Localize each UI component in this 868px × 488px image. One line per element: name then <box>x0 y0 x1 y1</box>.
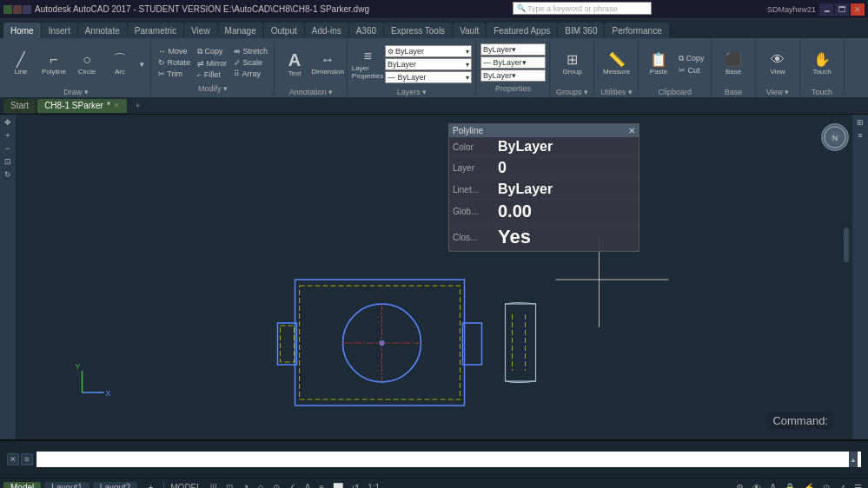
model-tab[interactable]: Model <box>3 482 41 488</box>
fillet-btn[interactable]: ⌐ Fillet <box>195 69 229 80</box>
object-snap[interactable]: ⊙ <box>270 483 282 488</box>
clipboard-copy-btn[interactable]: ⧉ Copy <box>676 53 707 64</box>
move-btn[interactable]: ↔ Move <box>156 46 193 56</box>
zoom-in-btn[interactable]: + <box>1 129 15 142</box>
measure-btn[interactable]: 📏 Measure <box>601 42 633 87</box>
layer-selector[interactable]: ⚙ ByLayer ▾ <box>385 45 472 57</box>
autoscale[interactable]: A <box>767 483 779 488</box>
isometric-snap[interactable]: ◇ <box>255 483 267 488</box>
tab-expresstools[interactable]: Express Tools <box>384 23 452 38</box>
right-tool-1[interactable]: ⊞ <box>853 116 867 129</box>
tab-output[interactable]: Output <box>264 23 304 38</box>
group-btn[interactable]: ⊞ Group <box>557 42 588 87</box>
cut-btn[interactable]: ✂ Cut <box>676 65 707 76</box>
dimension-btn[interactable]: ↔ Dimension <box>312 42 343 87</box>
orbit-btn[interactable]: ↻ <box>1 168 15 181</box>
tab-bim360[interactable]: BIM 360 <box>558 23 604 38</box>
zoom-out-btn[interactable]: − <box>1 142 15 155</box>
transparency[interactable]: ⬜ <box>330 483 346 488</box>
nav-wheel[interactable]: N <box>821 123 849 151</box>
polyline-btn[interactable]: ⌐ Polyline <box>38 42 70 87</box>
object-snap-tracking[interactable]: ∠ <box>286 483 299 488</box>
fullscreen[interactable]: ⤢ <box>836 483 848 488</box>
tab-performance[interactable]: Performance <box>605 23 668 38</box>
grid-display[interactable]: ||| <box>208 483 220 488</box>
tab-parametric[interactable]: Parametric <box>128 23 183 38</box>
selection-cycling[interactable]: ↺ <box>349 483 361 488</box>
draw-more-btn[interactable]: ▾ <box>137 59 147 69</box>
copy-btn[interactable]: ⧉ Copy <box>195 46 229 57</box>
annotation-visibility[interactable]: 👁 <box>750 483 764 488</box>
workspace-switching[interactable]: ⚙ <box>733 483 746 488</box>
mirror-btn[interactable]: ⇌ Mirror <box>195 58 229 69</box>
drawing-tab-close[interactable]: ✕ <box>114 102 120 109</box>
line-btn[interactable]: ╱ Line <box>5 42 36 87</box>
tab-manage[interactable]: Manage <box>218 23 263 38</box>
new-layout-btn[interactable]: + <box>141 482 160 488</box>
cmd-scroll-btn[interactable]: ▲ <box>849 452 858 467</box>
customization[interactable]: ☰ <box>851 483 865 488</box>
properties-panel: Polyline ✕ Color ByLayer Layer 0 Linet..… <box>448 123 639 252</box>
tab-insert[interactable]: Insert <box>42 23 77 38</box>
tab-featuredapps[interactable]: Featured Apps <box>487 23 557 38</box>
text-btn[interactable]: A Text <box>279 42 310 87</box>
drawing-viewport[interactable]: X Y <box>17 115 851 439</box>
lineweight-display[interactable]: ≡ <box>316 483 327 488</box>
add-tab-icon: + <box>136 101 141 110</box>
array-btn[interactable]: ⠿ Array <box>231 69 270 79</box>
cmd-input[interactable] <box>40 454 849 465</box>
layout2-tab[interactable]: Layout2 <box>93 482 138 488</box>
tab-vault[interactable]: Vault <box>453 23 486 38</box>
cmd-close-btn[interactable]: ✕ <box>7 453 19 465</box>
lock-ui[interactable]: 🔒 <box>782 483 798 488</box>
ribbon-search-placeholder[interactable]: Type a keyword or phrase <box>527 4 618 13</box>
stretch-btn[interactable]: ⇹ Stretch <box>231 46 270 56</box>
linetype-selector[interactable]: — ByLayer ▾ <box>385 71 472 83</box>
new-tab-btn[interactable]: + <box>129 99 148 113</box>
base-btn[interactable]: ⬛ Base <box>718 42 749 87</box>
tab-addins[interactable]: Add-ins <box>305 23 348 38</box>
layerproperties-btn[interactable]: ≡ Layer Properties <box>352 42 383 87</box>
snap-mode[interactable]: ⊡ <box>223 483 235 488</box>
tab-a360[interactable]: A360 <box>349 23 383 38</box>
prop-lineweight-selector[interactable]: ByLayer▾ <box>480 69 546 82</box>
trim-btn[interactable]: ✂ Trim <box>156 69 193 79</box>
cmd-options-btn[interactable]: ≡ <box>21 453 33 465</box>
circle-btn[interactable]: ○ Circle <box>71 42 103 87</box>
canvas-area[interactable]: ✥ + − ⊡ ↻ ⊞ ≡ N <box>0 115 868 439</box>
maximize-btn[interactable]: 🗖 <box>835 3 849 16</box>
isolate-objects[interactable]: ⊙ <box>820 483 832 488</box>
scale-btn[interactable]: ⤢ Scale <box>231 57 270 68</box>
status-bar: Model Layout1 Layout2 + MODEL ||| ⊡ ↗ ◇ … <box>0 478 868 488</box>
scale-annotation[interactable]: 1:1 <box>365 483 382 488</box>
tab-view[interactable]: View <box>184 23 217 38</box>
tab-annotate[interactable]: Annotate <box>78 23 127 38</box>
namedviews-btn[interactable]: 👁 View <box>762 42 793 87</box>
right-tool-2[interactable]: ≡ <box>853 129 867 142</box>
pan-btn[interactable]: ✥ <box>1 116 15 129</box>
home-tab[interactable]: Start <box>3 99 36 113</box>
drawing-tab[interactable]: CH8-1 SParker * ✕ <box>37 99 127 113</box>
properties-panel-close-btn[interactable]: ✕ <box>628 126 635 135</box>
color-selector[interactable]: ByLayer ▾ <box>385 58 472 70</box>
hardware-acceleration[interactable]: ⚡ <box>801 483 817 488</box>
touch-btn[interactable]: ✋ Touch <box>806 42 838 87</box>
layout1-tab[interactable]: Layout1 <box>44 482 89 488</box>
close-btn[interactable]: ✕ <box>851 3 865 16</box>
paste-btn[interactable]: 📋 Paste <box>643 42 674 87</box>
rotate-btn[interactable]: ↻ Rotate <box>156 57 193 68</box>
minimize-btn[interactable]: 🗕 <box>819 3 833 16</box>
prop-closed-value: Yes <box>496 225 533 249</box>
cmd-input-area[interactable]: ▲ <box>36 452 861 467</box>
arc-btn[interactable]: ⌒ Arc <box>104 42 136 87</box>
prop-linetype-selector[interactable]: — ByLayer▾ <box>480 56 546 69</box>
draw-secondary: ▾ <box>137 59 147 69</box>
polyline-icon: ⌐ <box>50 53 57 67</box>
prop-color-selector[interactable]: ByLayer▾ <box>480 43 546 56</box>
tab-home[interactable]: Home <box>3 23 41 38</box>
zoom-extents-btn[interactable]: ⊡ <box>1 155 15 168</box>
model-indicator[interactable]: MODEL <box>168 483 204 488</box>
polar-tracking[interactable]: ↗ <box>239 483 251 488</box>
window-controls[interactable]: 🗕 🗖 ✕ <box>819 3 865 16</box>
allow-disallow[interactable]: A <box>302 483 314 488</box>
